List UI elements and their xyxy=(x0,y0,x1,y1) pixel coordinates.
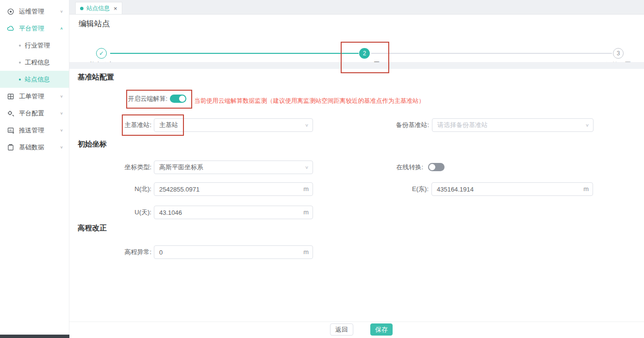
coord-type-value: 高斯平面坐标系 xyxy=(159,163,301,172)
bullet-dot-icon xyxy=(19,62,21,64)
north-label: N(北): xyxy=(103,182,151,196)
chevron-down-icon: ∨ xyxy=(585,123,589,128)
primary-base-select[interactable]: 主基站 ∨ xyxy=(154,118,313,132)
stepper-connector-done xyxy=(110,53,359,54)
sidebar-subitem-label: 工程信息 xyxy=(25,58,50,67)
sidebar-footer-bar xyxy=(0,335,69,338)
step-3-circle: 3 xyxy=(613,48,624,59)
tab-label: 站点信息 xyxy=(86,4,110,13)
main-area: 站点信息 × 编辑站点 ✓ 基本信息 2 GNSS配置 3 解算配置 xyxy=(69,0,644,338)
east-label: E(东): xyxy=(382,182,429,196)
check-icon: ✓ xyxy=(99,50,104,57)
online-convert-label: 在线转换: xyxy=(375,161,423,174)
platform-cloud-icon xyxy=(7,25,15,32)
page-title: 编辑站点 xyxy=(79,19,110,29)
sidebar-item-ops-management[interactable]: 运维管理 ∨ xyxy=(0,3,69,20)
chevron-down-icon: ∨ xyxy=(60,10,63,14)
up-input[interactable] xyxy=(154,206,313,219)
sidebar-item-label: 基础数据 xyxy=(19,143,60,152)
sidebar-item-project-info[interactable]: 工程信息 xyxy=(0,54,69,71)
section-title-base-station: 基准站配置 xyxy=(78,73,114,82)
sidebar-item-label: 运维管理 xyxy=(19,7,60,16)
height-anomaly-unit: m xyxy=(303,245,309,259)
chevron-down-icon: ∨ xyxy=(60,112,63,115)
cloud-toggle-label: 开启云端解算: xyxy=(118,92,167,106)
chevron-up-icon: ∧ xyxy=(60,27,63,31)
platform-config-icon xyxy=(7,110,15,117)
section-title-height-correction: 高程改正 xyxy=(78,224,107,233)
sidebar-subitem-label: 行业管理 xyxy=(25,41,50,50)
step-3-number: 3 xyxy=(617,50,620,57)
back-button[interactable]: 返回 xyxy=(330,323,353,336)
work-order-icon xyxy=(7,93,15,100)
north-field-wrap: m xyxy=(154,182,313,196)
height-anomaly-label: 高程异常: xyxy=(103,245,151,259)
save-button[interactable]: 保存 xyxy=(370,323,393,336)
backup-base-placeholder: 请选择备份基准站 xyxy=(437,121,581,129)
chevron-down-icon: ∨ xyxy=(305,165,309,170)
online-convert-toggle[interactable] xyxy=(428,163,445,171)
form-panel: 基准站配置 开启云端解算: 当前使用云端解算数据监测（建议使用离监测站空间距离较… xyxy=(69,69,644,338)
sidebar: 运维管理 ∨ 平台管理 ∧ 行业管理 工程信息 xyxy=(0,0,69,338)
sidebar-item-base-data[interactable]: 基础数据 ∨ xyxy=(0,139,69,156)
toggle-knob xyxy=(429,164,435,170)
sidebar-item-label: 平台配置 xyxy=(19,109,60,118)
chevron-down-icon: ∨ xyxy=(60,95,63,98)
sidebar-subitem-label: 站点信息 xyxy=(25,75,50,84)
up-label: U(天): xyxy=(103,206,151,219)
north-input[interactable] xyxy=(154,182,313,196)
sidebar-item-platform-config[interactable]: 平台配置 ∨ xyxy=(0,105,69,122)
base-data-icon xyxy=(7,144,15,151)
section-title-initial-coord: 初始坐标 xyxy=(78,140,107,149)
section-divider-band xyxy=(69,62,644,69)
coord-type-label: 坐标类型: xyxy=(103,161,151,174)
stepper-connector-todo xyxy=(371,53,612,54)
sidebar-item-industry-management[interactable]: 行业管理 xyxy=(0,37,69,54)
page-header: 编辑站点 ✓ 基本信息 2 GNSS配置 3 解算配置 xyxy=(69,15,644,62)
backup-base-label: 备份基准站: xyxy=(380,118,429,132)
chevron-down-icon: ∨ xyxy=(60,145,63,149)
tab-bar: 站点信息 × xyxy=(69,0,644,15)
east-input[interactable] xyxy=(431,182,593,196)
app-window: 运维管理 ∨ 平台管理 ∧ 行业管理 工程信息 xyxy=(0,0,644,338)
tab-station-info[interactable]: 站点信息 × xyxy=(75,2,122,14)
toggle-knob xyxy=(179,96,185,102)
height-anomaly-field-wrap: m xyxy=(154,245,313,259)
sidebar-item-label: 推送管理 xyxy=(19,126,60,135)
cloud-compute-toggle[interactable] xyxy=(170,95,186,103)
tab-active-dot-icon xyxy=(80,7,83,10)
step-2-number: 2 xyxy=(363,50,366,57)
east-unit: m xyxy=(583,182,589,196)
bullet-dot-icon xyxy=(19,45,21,47)
cloud-hint-text: 当前使用云端解算数据监测（建议使用离监测站空间距离较近的基准点作为主基准站） xyxy=(194,97,425,105)
push-manage-icon xyxy=(7,127,15,134)
step-2-circle: 2 xyxy=(359,48,370,59)
sidebar-item-label: 平台管理 xyxy=(19,24,60,33)
footer-divider xyxy=(69,322,644,322)
coord-type-select[interactable]: 高斯平面坐标系 ∨ xyxy=(154,161,313,174)
sidebar-item-station-info[interactable]: 站点信息 xyxy=(0,71,69,88)
primary-base-label: 主基准站: xyxy=(103,118,151,132)
primary-base-value: 主基站 xyxy=(159,121,301,129)
chevron-down-icon: ∨ xyxy=(305,123,309,128)
chevron-down-icon: ∨ xyxy=(60,129,63,132)
sidebar-item-work-order[interactable]: 工单管理 ∨ xyxy=(0,88,69,105)
up-unit: m xyxy=(303,206,309,219)
sidebar-item-push-management[interactable]: 推送管理 ∨ xyxy=(0,122,69,139)
step-1-circle: ✓ xyxy=(96,48,107,59)
height-anomaly-input[interactable] xyxy=(154,245,313,259)
gear-circle-icon xyxy=(7,8,15,16)
north-unit: m xyxy=(303,182,309,196)
backup-base-select[interactable]: 请选择备份基准站 ∨ xyxy=(432,118,594,132)
up-field-wrap: m xyxy=(154,206,313,219)
sidebar-item-platform-management[interactable]: 平台管理 ∧ xyxy=(0,20,69,37)
bullet-dot-icon xyxy=(19,79,21,80)
east-field-wrap: m xyxy=(431,182,593,196)
tab-close-icon[interactable]: × xyxy=(114,5,117,12)
sidebar-item-label: 工单管理 xyxy=(19,92,60,101)
